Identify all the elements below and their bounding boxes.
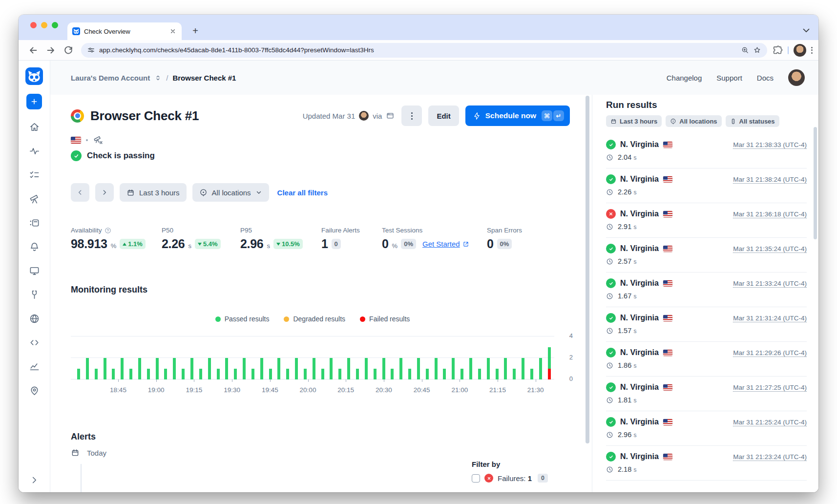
failures-checkbox[interactable]	[472, 474, 480, 483]
run-timestamp-link[interactable]: Mar 31 21:36:18 (UTC-4)	[733, 210, 807, 218]
sidebar-item-dashboards[interactable]	[24, 261, 44, 280]
minimize-window-button[interactable]	[41, 22, 47, 28]
prev-page-button[interactable]	[71, 183, 89, 202]
run-timestamp-link[interactable]: Mar 31 21:23:24 (UTC-4)	[733, 453, 807, 461]
clock-icon	[606, 189, 613, 196]
x-axis-label: 21:15	[489, 386, 506, 394]
sidebar-item-insights[interactable]	[24, 357, 44, 376]
address-bar[interactable]: app.checklyhq.com/checks/e45dacab-8de1-4…	[81, 43, 767, 58]
x-tick-mark	[460, 379, 460, 382]
reload-icon[interactable]	[63, 45, 74, 56]
create-button[interactable]	[26, 94, 42, 109]
close-window-button[interactable]	[30, 22, 37, 28]
forward-icon[interactable]	[45, 45, 56, 56]
user-avatar[interactable]	[788, 69, 805, 86]
run-result-item[interactable]: N. Virginia Mar 31 21:35:24 (UTC-4) 2.57…	[606, 238, 807, 273]
sidebar-item-snippets[interactable]	[24, 333, 44, 352]
sidebar-item-locations[interactable]	[24, 380, 44, 400]
x-axis-label: 20:30	[376, 386, 392, 394]
sidebar-item-private-locations[interactable]	[24, 309, 44, 328]
schedule-now-button[interactable]: Schedule now ⌘ ↵	[465, 105, 570, 126]
sidebar-item-runner[interactable]	[24, 213, 44, 232]
run-timestamp-link[interactable]: Mar 31 21:31:24 (UTC-4)	[733, 315, 807, 322]
run-filter-locations[interactable]: All locations	[666, 115, 721, 127]
sidebar-item-alerts-bell[interactable]	[24, 237, 44, 256]
filter-bar: Last 3 hours All locations Clear all	[71, 183, 328, 202]
run-result-item[interactable]: N. Virginia Mar 31 21:31:24 (UTC-4) 1.57…	[606, 307, 807, 342]
clock-icon	[606, 293, 613, 300]
sidebar-item-home[interactable]	[24, 117, 44, 137]
via-text: via	[373, 112, 382, 120]
run-duration: 1.81	[618, 396, 631, 404]
locations-filter[interactable]: All locations	[192, 183, 269, 202]
check-passing-icon	[71, 150, 82, 161]
run-timestamp-link[interactable]: Mar 31 21:29:26 (UTC-4)	[733, 349, 807, 357]
run-status-icon	[606, 209, 616, 219]
nav-support[interactable]: Support	[716, 74, 742, 82]
zoom-page-icon[interactable]	[741, 46, 749, 54]
run-filter-statuses[interactable]: All statuses	[726, 115, 779, 127]
x-axis-label: 19:00	[148, 386, 165, 394]
tab-close-icon[interactable]	[169, 27, 177, 35]
breadcrumb-account[interactable]: Laura's Demo Account	[71, 74, 150, 82]
info-icon[interactable]	[105, 227, 111, 234]
sidebar-item-telescope[interactable]	[24, 189, 44, 209]
more-options-button[interactable]	[401, 105, 422, 126]
chart-bar	[374, 369, 377, 379]
legend-degraded[interactable]: Degraded results	[284, 315, 345, 323]
telescope-x-icon	[93, 135, 104, 146]
bookmark-star-icon[interactable]	[753, 46, 761, 54]
run-result-item[interactable]: N. Virginia Mar 31 21:38:33 (UTC-4) 2.04…	[606, 134, 807, 168]
clear-all-filters-link[interactable]: Clear all filters	[277, 189, 328, 197]
account-switcher-icon[interactable]	[154, 74, 162, 82]
new-tab-button[interactable]: +	[189, 25, 201, 37]
sidebar-item-activity[interactable]	[24, 141, 44, 161]
run-result-item[interactable]: N. Virginia Mar 31 21:36:18 (UTC-4) 2.91…	[606, 203, 807, 238]
run-timestamp-link[interactable]: Mar 31 21:38:24 (UTC-4)	[733, 176, 807, 183]
extensions-puzzle-icon[interactable]	[772, 45, 783, 56]
cmd-key-icon: ⌘	[542, 110, 552, 121]
edit-button[interactable]: Edit	[428, 105, 459, 126]
zoom-window-button[interactable]	[52, 22, 58, 28]
run-timestamp-link[interactable]: Mar 31 21:25:24 (UTC-4)	[733, 419, 807, 426]
chevron-right-icon	[101, 189, 108, 196]
sidebar-item-checks[interactable]	[24, 165, 44, 185]
run-timestamp-link[interactable]: Mar 31 21:35:24 (UTC-4)	[733, 245, 807, 252]
browser-tab[interactable]: Check Overview	[67, 22, 182, 40]
site-info-icon[interactable]	[87, 46, 95, 54]
run-result-item[interactable]: N. Virginia Mar 31 21:25:24 (UTC-4) 2.96…	[606, 411, 807, 446]
nav-docs[interactable]: Docs	[757, 74, 774, 82]
nav-changelog[interactable]: Changelog	[667, 74, 702, 82]
browser-profile-avatar[interactable]	[794, 44, 806, 57]
get-started-link[interactable]: Get Started	[422, 240, 469, 248]
chart-bar	[217, 369, 220, 379]
sidebar-expand-icon[interactable]	[29, 475, 40, 485]
run-timestamp-link[interactable]: Mar 31 21:33:24 (UTC-4)	[733, 280, 807, 287]
run-results-scrollbar-thumb[interactable]	[814, 127, 817, 239]
next-page-button[interactable]	[95, 183, 114, 202]
time-range-filter[interactable]: Last 3 hours	[120, 183, 187, 202]
sidebar-item-maintenance[interactable]	[24, 285, 44, 304]
run-filter-time[interactable]: Last 3 hours	[606, 115, 662, 127]
run-result-item[interactable]: N. Virginia Mar 31 21:23:24 (UTC-4) 2.18…	[606, 446, 807, 481]
run-location: N. Virginia	[620, 452, 659, 461]
run-duration: 2.18	[618, 465, 631, 473]
run-result-item[interactable]: N. Virginia Mar 31 21:29:26 (UTC-4) 1.86…	[606, 342, 807, 377]
legend-passed[interactable]: Passed results	[215, 315, 270, 323]
back-icon[interactable]	[28, 45, 39, 56]
run-duration: 2.04	[618, 153, 631, 161]
dot-separator	[86, 139, 88, 141]
failures-count: 1	[528, 474, 532, 483]
run-timestamp-link[interactable]: Mar 31 21:38:33 (UTC-4)	[733, 141, 807, 148]
tab-search-chevron-icon[interactable]	[801, 25, 812, 36]
run-result-item[interactable]: N. Virginia Mar 31 21:33:24 (UTC-4) 1.67…	[606, 273, 807, 307]
run-result-item[interactable]: N. Virginia Mar 31 21:38:24 (UTC-4) 2.26…	[606, 168, 807, 203]
browser-menu-icon[interactable]	[811, 47, 813, 54]
legend-failed[interactable]: Failed results	[360, 315, 410, 323]
checkly-favicon	[72, 27, 80, 35]
main-scrollbar-thumb[interactable]	[586, 96, 589, 443]
chart-bar	[478, 369, 481, 379]
run-result-item[interactable]: N. Virginia Mar 31 21:27:25 (UTC-4) 1.81…	[606, 377, 807, 411]
run-timestamp-link[interactable]: Mar 31 21:27:25 (UTC-4)	[733, 384, 807, 391]
checkly-logo[interactable]	[25, 67, 43, 85]
